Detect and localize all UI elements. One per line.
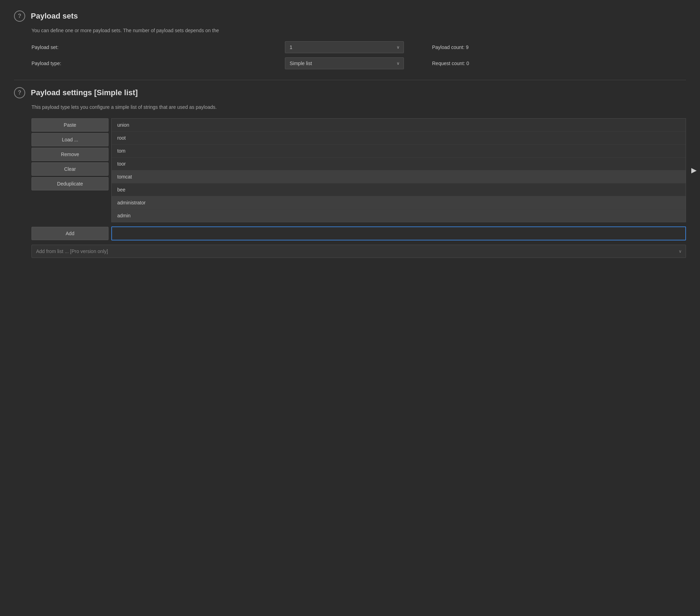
payload-settings-help-icon[interactable]: ? <box>14 87 25 98</box>
list-item[interactable]: bee <box>112 183 686 196</box>
section-divider <box>14 80 686 80</box>
list-item[interactable]: administrator <box>112 196 686 209</box>
add-input[interactable] <box>111 226 686 240</box>
payload-type-select[interactable]: Simple list Runtime file Custom iterator… <box>285 57 404 69</box>
list-item[interactable]: tom <box>112 145 686 158</box>
main-container: ? Payload sets You can define one or mor… <box>0 0 700 279</box>
paste-button[interactable]: Paste <box>31 118 108 132</box>
payload-set-select-wrapper: 1 2 3 4 <box>285 41 404 53</box>
payload-set-select[interactable]: 1 2 3 4 <box>285 41 404 53</box>
list-box-wrapper: union root tom toor tomcat bee administr… <box>111 118 686 222</box>
list-item[interactable]: union <box>112 119 686 132</box>
payload-set-label: Payload set: <box>31 44 278 50</box>
payload-count-label: Payload count: 9 <box>411 44 686 50</box>
add-button[interactable]: Add <box>31 227 108 240</box>
list-item[interactable]: tomcat <box>112 170 686 183</box>
payload-type-label: Payload type: <box>31 61 278 66</box>
deduplicate-button[interactable]: Deduplicate <box>31 177 108 190</box>
button-panel: Paste Load ... Remove Clear Deduplicate <box>31 118 108 222</box>
payload-sets-help-icon[interactable]: ? <box>14 10 25 22</box>
payload-type-select-wrapper: Simple list Runtime file Custom iterator… <box>285 57 404 69</box>
scroll-arrow-indicator: ▶ <box>691 166 696 174</box>
list-item[interactable]: root <box>112 132 686 145</box>
list-item[interactable]: toor <box>112 158 686 170</box>
payload-sets-section: ? Payload sets You can define one or mor… <box>14 10 686 69</box>
payload-sets-form: Payload set: 1 2 3 4 Payload count: 9 Pa… <box>14 41 686 69</box>
clear-button[interactable]: Clear <box>31 162 108 176</box>
payload-settings-title: Payload settings [Simple list] <box>31 88 138 97</box>
add-from-list-wrapper: Add from list ... [Pro version only] <box>31 245 686 258</box>
payload-settings-header: ? Payload settings [Simple list] <box>14 87 686 98</box>
request-count-label: Request count: 0 <box>411 61 686 66</box>
payload-sets-title: Payload sets <box>31 12 78 21</box>
payload-settings-description: This payload type lets you configure a s… <box>14 103 686 111</box>
payload-settings-body: Paste Load ... Remove Clear Deduplicate … <box>14 118 686 258</box>
load-button[interactable]: Load ... <box>31 133 108 146</box>
list-area: Paste Load ... Remove Clear Deduplicate … <box>31 118 686 222</box>
payload-sets-header: ? Payload sets <box>14 10 686 22</box>
payload-list-box[interactable]: union root tom toor tomcat bee administr… <box>111 118 686 222</box>
list-item[interactable]: admin <box>112 209 686 222</box>
add-row: Add <box>31 226 686 240</box>
payload-sets-description: You can define one or more payload sets.… <box>14 27 686 34</box>
add-from-list-select[interactable]: Add from list ... [Pro version only] <box>31 245 686 258</box>
payload-settings-section: ? Payload settings [Simple list] This pa… <box>14 87 686 258</box>
remove-button[interactable]: Remove <box>31 148 108 161</box>
